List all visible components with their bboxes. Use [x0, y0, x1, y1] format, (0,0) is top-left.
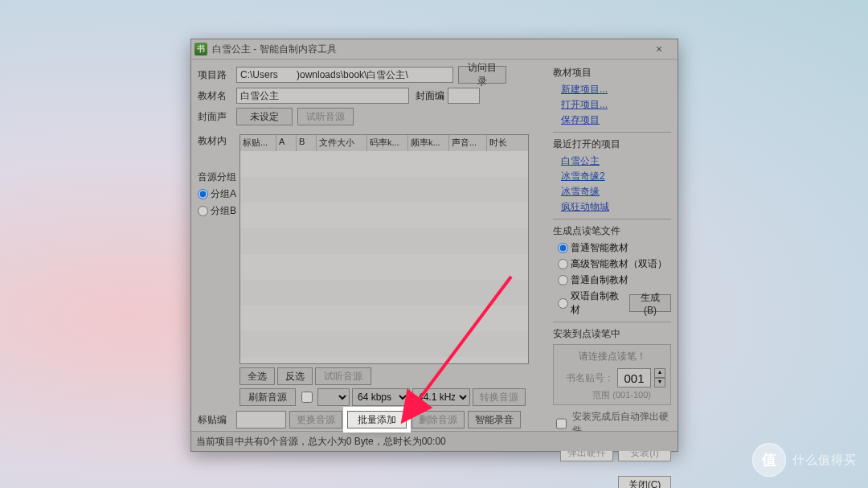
close-icon[interactable]: × — [644, 42, 674, 56]
auto-eject-checkbox[interactable] — [556, 418, 567, 429]
window-title: 白雪公主 - 智能自制内容工具 — [212, 43, 644, 56]
gen-opt-1[interactable]: 普通智能教材 — [558, 241, 671, 255]
cover-img-label: 封面编 — [416, 89, 444, 103]
radio-group-a[interactable]: 分组A — [198, 187, 238, 201]
recent-link[interactable]: 疯狂动物城 — [561, 200, 671, 214]
try-play-button: 试听音源 — [297, 108, 354, 125]
new-project-link[interactable]: 新建项目... — [561, 83, 671, 96]
recent-link[interactable]: 冰雪奇缘 — [561, 185, 671, 199]
cover-sound-label: 封面声 — [198, 110, 236, 124]
generate-button[interactable]: 生成(B) — [629, 294, 671, 312]
generate-section-title: 生成点读笔文件 — [553, 224, 671, 238]
spin-up-button[interactable]: ▲ — [654, 368, 665, 378]
save-project-link[interactable]: 保存项目 — [561, 113, 671, 127]
radio-group-a-input[interactable] — [198, 189, 208, 199]
convert-audio-button: 转换音源 — [473, 388, 526, 406]
titlebar: 书 白雪公主 - 智能自制内容工具 × — [191, 39, 678, 59]
connect-pen-placeholder: 请连接点读笔！ — [559, 350, 665, 363]
gen-opt-2[interactable]: 高级智能教材（双语） — [558, 257, 671, 271]
select-all-button[interactable]: 全选 — [240, 367, 275, 385]
install-box: 请连接点读笔！ 书名贴号： 001 ▲ ▼ 范围 (001-100) — [553, 344, 671, 405]
app-icon: 书 — [194, 43, 207, 55]
book-name-input[interactable] — [236, 88, 409, 104]
gen-opt-3[interactable]: 普通自制教材 — [558, 273, 671, 287]
app-window: 书 白雪公主 - 智能自制内容工具 × 项目路 访问目录 教材名 封面编 封面声… — [190, 39, 678, 452]
watermark-icon: 值 — [752, 443, 786, 477]
refresh-audio-button[interactable]: 刷新音源 — [240, 388, 296, 406]
status-bar: 当前项目中共有0个音源，总大小为0 Byte，总时长为00:00 — [191, 431, 678, 451]
group-label: 音源分组 — [198, 170, 238, 184]
replace-audio-button: 更换音源 — [289, 411, 342, 429]
table-body[interactable] — [240, 151, 528, 363]
book-number-value: 001 — [617, 368, 651, 388]
book-number-range: 范围 (001-100) — [559, 389, 651, 401]
cover-img-input[interactable] — [448, 88, 480, 104]
bitrate-select[interactable]: 64 kbps — [352, 388, 410, 406]
content-label: 教材内 — [198, 134, 238, 148]
batch-add-button[interactable]: 批量添加 — [347, 411, 407, 429]
recent-link[interactable]: 白雪公主 — [561, 154, 671, 168]
try-play-button-2: 试听音源 — [315, 367, 371, 385]
visit-dir-button[interactable]: 访问目录 — [458, 66, 506, 84]
delete-audio-button: 删除音源 — [411, 411, 465, 429]
radio-group-b[interactable]: 分组B — [198, 204, 238, 218]
table-header: 标贴... A B 文件大小 码率k... 频率k... 声音... 时长 — [240, 135, 528, 152]
smart-record-button[interactable]: 智能录音 — [468, 411, 521, 429]
watermark-text: 什么值得买 — [792, 453, 857, 468]
unknown-select[interactable] — [317, 388, 350, 406]
select-inverse-button[interactable]: 反选 — [277, 367, 313, 385]
close-button[interactable]: 关闭(C) — [618, 476, 671, 488]
tag-label: 标贴编 — [198, 413, 236, 427]
freq-select[interactable]: 44.1 kHz — [412, 388, 470, 406]
cover-sound-button[interactable]: 未设定 — [236, 108, 293, 125]
project-path-label: 项目路 — [198, 68, 236, 82]
audio-table[interactable]: 标贴... A B 文件大小 码率k... 频率k... 声音... 时长 — [240, 134, 529, 364]
watermark: 值 什么值得买 — [752, 443, 857, 477]
open-project-link[interactable]: 打开项目... — [561, 98, 671, 112]
project-section-title: 教材项目 — [553, 66, 671, 80]
convert-checkbox[interactable] — [301, 392, 313, 403]
install-section-title: 安装到点读笔中 — [553, 327, 671, 341]
project-path-input[interactable] — [236, 67, 453, 83]
tag-input[interactable] — [236, 411, 286, 429]
spin-down-button[interactable]: ▼ — [654, 378, 665, 388]
book-number-label: 书名贴号： — [566, 371, 614, 385]
book-name-label: 教材名 — [198, 89, 236, 103]
recent-section-title: 最近打开的项目 — [553, 137, 671, 151]
radio-group-b-input[interactable] — [198, 206, 208, 216]
status-text: 当前项目中共有0个音源，总大小为0 Byte，总时长为00:00 — [196, 435, 446, 449]
recent-link[interactable]: 冰雪奇缘2 — [561, 170, 671, 183]
gen-opt-4[interactable]: 双语自制教材 生成(B) — [558, 289, 671, 317]
